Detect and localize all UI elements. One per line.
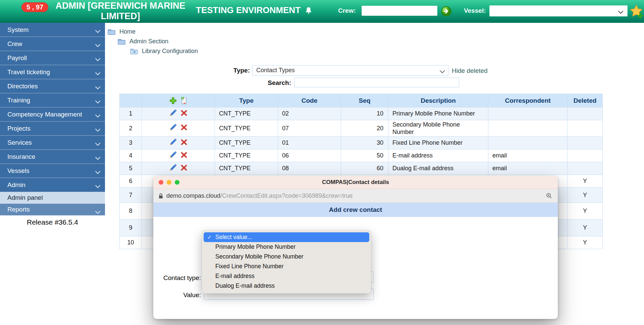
- vessel-select[interactable]: [489, 5, 628, 16]
- table-row: 4 CNT_TYPE 06 50 E-mail address email: [120, 149, 603, 162]
- sidebar-item-competency-management[interactable]: Competency Management: [0, 107, 105, 122]
- modal-heading: Add crew contact: [153, 203, 558, 217]
- paste-add-icon[interactable]: [180, 97, 187, 105]
- chevron-down-icon: [95, 209, 101, 214]
- chevron-down-icon: [95, 141, 101, 146]
- delete-x-icon[interactable]: [180, 164, 187, 173]
- dropdown-option[interactable]: ✓ Fixed Line Phone Number: [204, 262, 369, 271]
- breadcrumb-admin-section[interactable]: Admin Section: [117, 37, 198, 46]
- sidebar-item-label: Admin panel: [7, 194, 43, 201]
- crew-search-input[interactable]: [362, 6, 437, 16]
- delete-x-icon[interactable]: [180, 139, 187, 147]
- chevron-down-icon: [95, 42, 101, 47]
- chevron-down-icon: [95, 70, 101, 76]
- favorite-star-icon[interactable]: [629, 4, 643, 19]
- top-bar: 5 , 97 ADMIN [GREENWICH MARINE LIMITED] …: [0, 0, 644, 23]
- url-text: demo.compas.cloud/CrewContactEdit.aspx?c…: [166, 192, 353, 199]
- chevron-down-icon: [95, 112, 101, 118]
- chevron-down-icon: [95, 183, 101, 188]
- delete-x-icon[interactable]: [180, 151, 187, 160]
- breadcrumb-home[interactable]: Home: [107, 27, 198, 37]
- chevron-down-icon: [95, 155, 101, 160]
- lock-icon: [159, 193, 163, 199]
- table-row: 5 CNT_TYPE 08 60 Dualog E-mail address e…: [120, 162, 603, 175]
- table-row: 1 CNT_TYPE 02 10 Primary Mobile Phone Nu…: [120, 107, 603, 120]
- edit-pencil-icon[interactable]: [169, 124, 177, 133]
- sidebar-item-vessels[interactable]: Vessels: [0, 164, 105, 178]
- sidebar-item-travel-ticketing[interactable]: Travel ticketing: [0, 65, 105, 79]
- sidebar-item-admin[interactable]: Admin: [0, 178, 105, 192]
- delete-x-icon[interactable]: [180, 109, 187, 118]
- breadcrumb: Home Admin Section Library Configuration: [107, 27, 198, 56]
- contact-type-label: Contact type:: [160, 274, 201, 282]
- dropdown-options: ✓ Primary Mobile Phone Number ✓ Secondar…: [204, 242, 369, 291]
- breadcrumb-library-configuration[interactable]: Library Configuration: [130, 46, 198, 56]
- sidebar-item-label: Reports: [7, 206, 30, 213]
- dropdown-option[interactable]: ✓ Secondary Mobile Phone Number: [204, 252, 369, 262]
- sidebar-item-system[interactable]: System: [0, 23, 105, 37]
- library-page-icon: [130, 48, 138, 55]
- edit-pencil-icon[interactable]: [169, 164, 177, 173]
- sidebar-item-crew[interactable]: Crew: [0, 37, 105, 51]
- environment-banner: TESTING ENVIRONMENT: [196, 5, 313, 15]
- edit-pencil-icon[interactable]: [169, 138, 177, 148]
- header-actions: [142, 94, 215, 107]
- table-header-row: Type Code Seq Description Correspondent …: [120, 94, 603, 107]
- chevron-down-icon: [95, 127, 101, 132]
- value-label: Value:: [160, 291, 201, 299]
- sidebar-item-payroll[interactable]: Payroll: [0, 51, 105, 65]
- checkmark-icon: ✓: [207, 234, 212, 240]
- dropdown-option[interactable]: ✓ E-mail address: [204, 271, 369, 281]
- sidebar-item-insurance[interactable]: Insurance: [0, 150, 105, 164]
- chevron-down-icon: [95, 56, 101, 61]
- address-bar: demo.compas.cloud/CrewContactEdit.aspx?c…: [153, 189, 558, 203]
- app-window: 5 , 97 ADMIN [GREENWICH MARINE LIMITED] …: [0, 0, 644, 325]
- bell-icon[interactable]: [305, 6, 313, 14]
- add-icon[interactable]: [169, 97, 177, 104]
- crew-label: Crew:: [338, 7, 356, 14]
- dropdown-option[interactable]: ✓ Dualog E-mail address: [204, 281, 369, 291]
- edit-pencil-icon[interactable]: [169, 151, 177, 160]
- sidebar-items: System Crew Payroll Travel ticketing Dir…: [0, 23, 105, 192]
- header-seq: Seq: [341, 94, 388, 107]
- contact-type-dropdown: ✓ Select value... ✓ Primary Mobile Phone…: [202, 230, 371, 293]
- sidebar-item-reports[interactable]: Reports: [0, 204, 105, 216]
- sidebar-item-projects[interactable]: Projects: [0, 122, 105, 136]
- dropdown-option-selected[interactable]: ✓ Select value...: [204, 232, 369, 242]
- window-titlebar: COMPAS|Contact details: [153, 176, 558, 189]
- search-label: Search:: [241, 79, 291, 87]
- sidebar-item-services[interactable]: Services: [0, 136, 105, 150]
- type-label: Type:: [201, 67, 250, 74]
- environment-label: TESTING ENVIRONMENT: [196, 5, 301, 15]
- minimize-window-button[interactable]: [167, 180, 171, 185]
- sidebar-item-training[interactable]: Training: [0, 93, 105, 107]
- type-select[interactable]: Contact Types: [252, 65, 448, 76]
- window-title: COMPAS|Contact details: [322, 179, 389, 186]
- sidebar-item-admin-panel[interactable]: Admin panel: [0, 192, 105, 204]
- chevron-down-icon: [95, 169, 101, 174]
- crew-go-button[interactable]: [441, 6, 451, 16]
- header-type: Type: [215, 94, 278, 107]
- dropdown-option[interactable]: ✓ Primary Mobile Phone Number: [204, 242, 369, 252]
- sidebar-item-directories[interactable]: Directories: [0, 79, 105, 93]
- header-description: Description: [388, 94, 488, 107]
- search-input[interactable]: [294, 78, 459, 87]
- folder-icon: [107, 28, 116, 35]
- maximize-window-button[interactable]: [175, 180, 179, 185]
- header-code: Code: [278, 94, 341, 107]
- edit-pencil-icon[interactable]: [169, 109, 177, 119]
- chevron-down-icon: [618, 9, 624, 14]
- vessel-label: Vessel:: [464, 7, 486, 14]
- table-row: 2 CNT_TYPE 07 20 Secondary Mobile Phone …: [120, 120, 603, 137]
- hide-deleted-link[interactable]: Hide deleted: [452, 67, 488, 75]
- zoom-page-icon[interactable]: [546, 192, 552, 199]
- delete-x-icon[interactable]: [180, 124, 187, 133]
- header-num: [120, 94, 142, 107]
- folder-icon: [117, 38, 126, 45]
- sidebar: System Crew Payroll Travel ticketing Dir…: [0, 23, 105, 216]
- chevron-down-icon: [95, 98, 101, 104]
- type-select-value: Contact Types: [256, 67, 295, 74]
- header-correspondent: Correspondent: [488, 94, 568, 107]
- close-window-button[interactable]: [159, 180, 163, 185]
- chevron-down-icon: [95, 84, 101, 90]
